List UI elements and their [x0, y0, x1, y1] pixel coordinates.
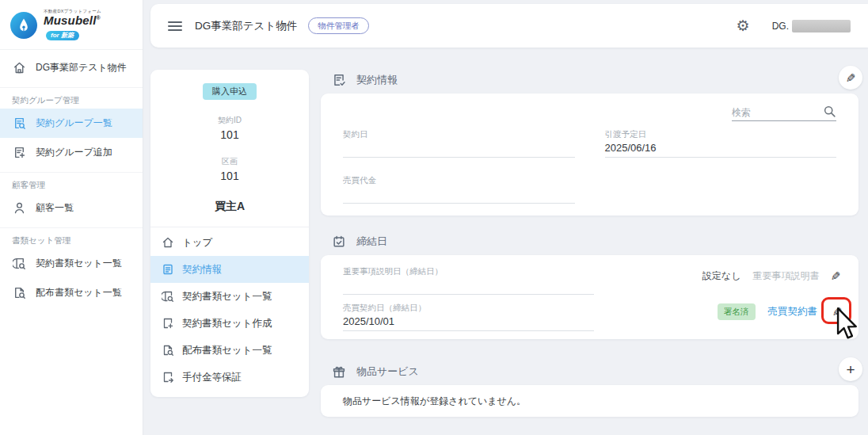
role-badge: 物件管理者: [308, 17, 369, 34]
sidebar-section-customers: 顧客管理: [0, 172, 143, 193]
tab-deposit-guarantee[interactable]: 手付金等保証: [150, 364, 309, 391]
hamburger-menu-icon[interactable]: [168, 21, 182, 31]
sidebar-item-property[interactable]: DG事業部テスト物件: [0, 53, 143, 82]
field-value: [343, 277, 594, 295]
document-check-icon: [331, 73, 346, 87]
tab-top[interactable]: トップ: [150, 229, 309, 256]
gift-icon: [331, 364, 346, 379]
user-name-prefix: DG.: [772, 21, 789, 32]
sidebar-item-contract-group-add[interactable]: 契約グループ追加: [0, 138, 143, 167]
tab-label: 契約書類セット作成: [182, 317, 272, 330]
tab-contract-docset-list[interactable]: 契約書類セット一覧: [150, 283, 309, 310]
tab-label: 契約情報: [182, 263, 222, 277]
main-panel: 契約情報 ✎ 契約日 引: [321, 67, 858, 417]
field-value: [343, 186, 575, 204]
building-home-icon: [12, 61, 26, 74]
doc-name-disabled: 重要事項説明書: [752, 269, 819, 283]
sidebar-nav: DG事業部テスト物件 契約グループ管理 契約グループ一覧 契約グループ追加: [0, 50, 143, 307]
contract-id-label: 契約ID: [150, 115, 309, 126]
file-search-icon: [161, 344, 174, 357]
document-add-icon: [12, 146, 26, 159]
block-label: 区画: [150, 156, 309, 167]
home-icon: [161, 236, 174, 249]
document-lines-icon: [161, 263, 174, 276]
tab-distribution-docset-list[interactable]: 配布書類セット一覧: [150, 337, 309, 364]
add-goods-button[interactable]: +: [839, 357, 862, 381]
plus-icon: +: [846, 362, 855, 377]
important-matters-doc-row: 設定なし 重要事項説明書 ✎: [702, 269, 841, 283]
user-name-redacted: [792, 20, 851, 32]
contract-summary-card: 購入申込 契約ID 101 区画 101 買主A トップ: [150, 70, 309, 397]
sidebar-item-contract-docset-list[interactable]: 契約書類セット一覧: [0, 249, 143, 278]
tab-label: 手付金等保証: [182, 371, 242, 384]
contract-info-card: 契約日 引渡予定日 2025/06/16 売買代金: [321, 93, 858, 216]
goods-section-header: 物品サービス +: [321, 358, 858, 385]
tab-label: 配布書類セット一覧: [182, 344, 272, 357]
sidebar: 不動産DXプラットフォーム Musubell®for 新築 DG事業部テスト物件…: [0, 0, 143, 435]
sidebar-item-label: 契約グループ一覧: [36, 116, 112, 130]
status-badge: 購入申込: [203, 83, 257, 100]
sidebar-item-label: DG事業部テスト物件: [36, 61, 127, 74]
page-title: DG事業部テスト物件: [195, 19, 297, 33]
search-field[interactable]: [732, 105, 836, 121]
person-icon: [12, 201, 26, 215]
contract-card-nav: トップ 契約情報 契約書類セット一覧: [150, 227, 309, 391]
sidebar-item-label: 配布書類セット一覧: [36, 286, 122, 300]
sidebar-section-contract-groups: 契約グループ管理: [0, 87, 143, 109]
sales-contract-doc-row: 署名済 売買契約書 ✎: [718, 303, 844, 320]
search-icon: [823, 105, 836, 118]
brand-name: Musubell®: [44, 13, 101, 27]
contract-id-value: 101: [150, 128, 309, 141]
field-label: 契約日: [343, 129, 575, 140]
signed-badge: 署名済: [718, 303, 756, 320]
section-title: 物品サービス: [356, 364, 419, 379]
buyer-name: 買主A: [150, 200, 309, 214]
tab-label: 契約書類セット一覧: [182, 290, 272, 303]
book-search-icon: [161, 290, 174, 303]
sidebar-item-contract-group-list[interactable]: 契約グループ一覧: [0, 109, 143, 138]
sales-contract-doc-link[interactable]: 売買契約書: [768, 305, 818, 319]
musubell-pen-icon: [10, 12, 37, 39]
conclusion-card: 重要事項説明日（締結日） 売買契約日（締結日） 2025/10/01 設定なし …: [321, 255, 858, 339]
contract-info-section-header: 契約情報 ✎: [321, 67, 858, 93]
search-input[interactable]: [732, 107, 823, 118]
field-value: 2025/10/01: [343, 314, 594, 331]
document-arrow-icon: [161, 371, 174, 383]
sidebar-item-label: 契約グループ追加: [36, 146, 112, 159]
sidebar-item-customer-list[interactable]: 顧客一覧: [0, 193, 143, 223]
edit-sales-contract-doc-button[interactable]: ✎: [832, 306, 843, 318]
section-title: 締結日: [356, 235, 387, 249]
file-search-icon: [12, 286, 26, 300]
field-value: 2025/06/16: [605, 140, 837, 158]
document-search-icon: [12, 116, 26, 130]
conclusion-section-header: 締結日: [321, 228, 858, 255]
field-label: 売買代金: [343, 175, 575, 186]
field-label: 引渡予定日: [605, 129, 837, 140]
tab-contract-docset-create[interactable]: 契約書類セット作成: [150, 310, 309, 337]
calendar-check-icon: [331, 235, 346, 249]
field-handover-date: 引渡予定日 2025/06/16: [605, 129, 837, 158]
gear-icon[interactable]: ⚙: [737, 18, 750, 33]
brand-edition-badge: for 新築: [46, 31, 79, 41]
edit-important-matters-doc-button[interactable]: ✎: [831, 270, 841, 282]
brand-logo[interactable]: 不動産DXプラットフォーム Musubell®for 新築: [0, 0, 143, 50]
goods-empty-card: 物品サービス情報が登録されていません。: [321, 385, 858, 417]
user-menu[interactable]: DG.: [772, 20, 851, 32]
sidebar-item-distribution-docset-list[interactable]: 配布書類セット一覧: [0, 278, 143, 307]
doc-status: 設定なし: [702, 269, 741, 283]
field-sales-contract-date: 売買契約日（締結日） 2025/10/01: [343, 303, 594, 331]
goods-empty-message: 物品サービス情報が登録されていません。: [343, 395, 526, 408]
section-title: 契約情報: [356, 73, 398, 87]
block-value: 101: [150, 170, 309, 182]
sidebar-item-label: 顧客一覧: [36, 201, 74, 215]
pencil-icon: ✎: [846, 72, 856, 84]
sidebar-section-doc-sets: 書類セット管理: [0, 227, 143, 249]
document-plus-icon: [161, 317, 174, 330]
edit-contract-info-button[interactable]: ✎: [839, 66, 862, 90]
top-header-bar: DG事業部テスト物件 物件管理者 ⚙ DG.: [150, 4, 868, 48]
field-value: [343, 140, 575, 158]
field-important-matters-date: 重要事項説明日（締結日）: [343, 266, 594, 295]
field-label: 売買契約日（締結日）: [343, 303, 594, 314]
book-search-icon: [12, 257, 26, 270]
tab-contract-info[interactable]: 契約情報: [150, 256, 309, 283]
